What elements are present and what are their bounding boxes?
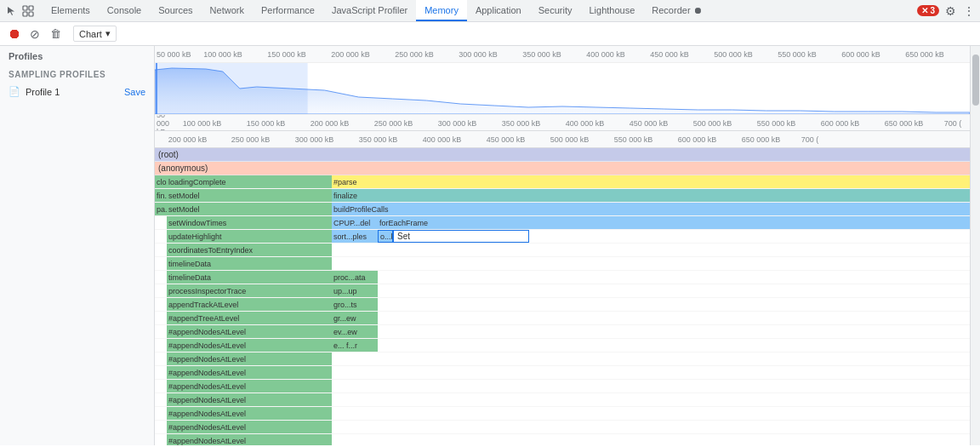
table-row[interactable]: #appendNodesAtLevel e... f...r bbox=[155, 339, 970, 352]
more-icon[interactable]: ⋮ bbox=[961, 3, 977, 19]
table-row[interactable]: processInspectorTrace up...up bbox=[155, 284, 970, 298]
detail-ruler: 200 000 kB 250 000 kB 300 000 kB 350 000… bbox=[155, 131, 970, 148]
save-button[interactable]: Save bbox=[124, 87, 145, 97]
devtools-icons bbox=[3, 3, 36, 19]
table-row[interactable]: #appendNodesAtLevel bbox=[155, 380, 970, 393]
tab-application[interactable]: Application bbox=[467, 0, 530, 21]
table-row[interactable]: #appendNodesAtLevel ev...ew bbox=[155, 325, 970, 339]
record-icon[interactable]: ⏺ bbox=[7, 26, 22, 42]
table-row[interactable]: #appendNodesAtLevel bbox=[155, 393, 970, 407]
table-row[interactable]: #appendNodesAtLevel bbox=[155, 407, 970, 421]
sampling-header: SAMPLING PROFILES bbox=[0, 66, 154, 83]
svg-rect-4 bbox=[155, 63, 308, 114]
overview-bottom-ruler: 50 000 kB 100 000 kB 150 000 kB 200 000 … bbox=[155, 114, 970, 131]
table-row[interactable]: timelineData bbox=[155, 257, 970, 271]
table-row[interactable]: fin...ce setModel finalize bbox=[155, 189, 970, 203]
svg-rect-3 bbox=[29, 12, 33, 16]
content-area: 50 000 kB 100 000 kB 150 000 kB 200 000 … bbox=[155, 46, 970, 445]
profile-1-item[interactable]: 📄 Profile 1 Save bbox=[0, 83, 154, 100]
devtools-pointer-icon[interactable] bbox=[3, 3, 19, 19]
table-row[interactable]: setWindowTimes CPUP...del forEachFrame bbox=[155, 216, 970, 230]
table-row[interactable]: (anonymous) bbox=[155, 162, 970, 175]
top-navigation: Elements Console Sources Network Perform… bbox=[0, 0, 980, 22]
tab-network[interactable]: Network bbox=[202, 0, 253, 21]
table-row[interactable]: pa...at setModel buildProfileCalls bbox=[155, 203, 970, 216]
vertical-scrollbar[interactable] bbox=[970, 46, 980, 445]
devtools-inspect-icon[interactable] bbox=[20, 3, 36, 19]
clear-icon[interactable]: 🗑 bbox=[48, 26, 63, 42]
table-row[interactable]: #appendNodesAtLevel bbox=[155, 352, 970, 366]
tab-recorder[interactable]: Recorder ⏺ bbox=[643, 0, 710, 21]
svg-rect-2 bbox=[23, 12, 27, 16]
tab-security[interactable]: Security bbox=[530, 0, 581, 21]
chart-label: Chart bbox=[79, 29, 102, 39]
chart-body bbox=[155, 63, 970, 114]
tab-lighthouse[interactable]: Lighthouse bbox=[580, 0, 643, 21]
error-badge[interactable]: ✕ 3 bbox=[917, 5, 939, 16]
stop-icon[interactable]: ⊘ bbox=[27, 26, 43, 42]
overview-chart: 50 000 kB 100 000 kB 150 000 kB 200 000 … bbox=[155, 46, 970, 131]
table-row[interactable]: coordinatesToEntryIndex bbox=[155, 244, 970, 257]
profile-icon: 📄 bbox=[9, 86, 20, 97]
table-row[interactable]: updateHighlight sort...ples o...k Set bbox=[155, 230, 970, 244]
tab-elements[interactable]: Elements bbox=[43, 0, 99, 21]
table-row[interactable]: #appendTreeAtLevel gr...ew bbox=[155, 312, 970, 325]
chart-select[interactable]: Chart ▾ bbox=[73, 26, 117, 42]
tab-memory[interactable]: Memory bbox=[416, 0, 467, 21]
sidebar: Profiles SAMPLING PROFILES 📄 Profile 1 S… bbox=[0, 46, 155, 445]
toolbar: ⏺ ⊘ 🗑 Chart ▾ bbox=[0, 22, 980, 46]
toolbar-icons: ⏺ ⊘ 🗑 bbox=[7, 26, 63, 42]
profile-item-left: 📄 Profile 1 bbox=[9, 86, 60, 97]
table-row[interactable]: #appendNodesAtLevel bbox=[155, 366, 970, 380]
table-row[interactable]: (root) bbox=[155, 148, 970, 162]
tab-console[interactable]: Console bbox=[99, 0, 150, 21]
tab-js-profiler[interactable]: JavaScript Profiler bbox=[323, 0, 416, 21]
profile-name: Profile 1 bbox=[26, 87, 60, 97]
mini-ruler: 50 000 kB 100 000 kB 150 000 kB 200 000 … bbox=[155, 46, 970, 63]
tab-sources[interactable]: Sources bbox=[150, 0, 201, 21]
table-row[interactable]: appendTrackAtLevel gro...ts bbox=[155, 298, 970, 312]
nav-tabs: Elements Console Sources Network Perform… bbox=[43, 0, 917, 21]
main-layout: Profiles SAMPLING PROFILES 📄 Profile 1 S… bbox=[0, 46, 980, 445]
profiles-header: Profiles bbox=[0, 46, 154, 66]
chevron-down-icon: ▾ bbox=[105, 28, 111, 39]
table-row[interactable]: timelineData proc...ata bbox=[155, 271, 970, 284]
svg-rect-1 bbox=[29, 6, 33, 10]
settings-icon[interactable]: ⚙ bbox=[943, 3, 958, 19]
tab-performance[interactable]: Performance bbox=[253, 0, 323, 21]
svg-rect-0 bbox=[23, 6, 27, 10]
flame-chart[interactable]: (root) (anonymous) close loadingComplete… bbox=[155, 148, 970, 445]
table-row[interactable]: #appendNodesAtLevel bbox=[155, 434, 970, 445]
nav-right-controls: ✕ 3 ⚙ ⋮ bbox=[917, 3, 977, 19]
table-row[interactable]: #appendNodesAtLevel bbox=[155, 421, 970, 434]
table-row[interactable]: close loadingComplete #parse bbox=[155, 175, 970, 189]
scrollbar-thumb[interactable] bbox=[972, 54, 979, 106]
